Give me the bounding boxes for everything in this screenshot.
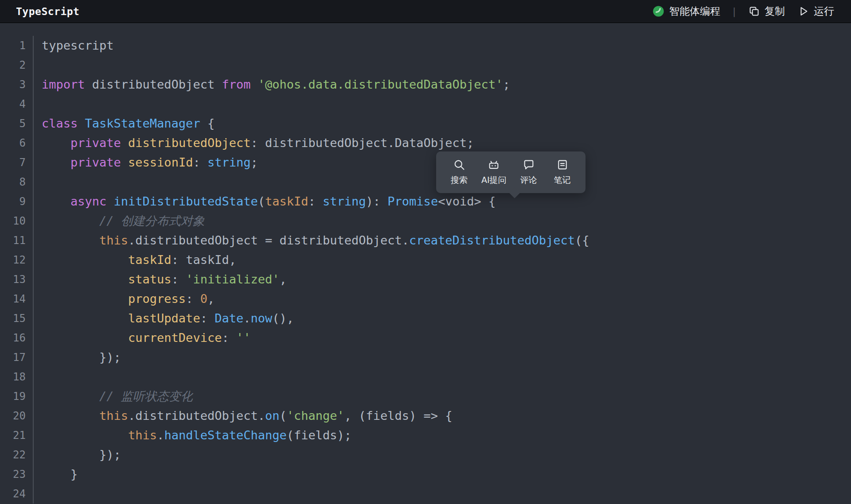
code-line-text xyxy=(34,55,42,75)
code-line-text: async initDistributedState(taskId: strin… xyxy=(34,192,496,211)
code-line: 9 async initDistributedState(taskId: str… xyxy=(0,192,851,211)
code-line-text xyxy=(34,94,42,114)
line-number: 15 xyxy=(0,309,34,328)
code-line: 12 taskId: taskId, xyxy=(0,250,851,270)
popup-search-button[interactable]: 搜索 xyxy=(445,159,473,186)
code-line-text: import distributedObject from '@ohos.dat… xyxy=(34,75,510,94)
comment-icon xyxy=(523,159,535,171)
line-number: 7 xyxy=(0,153,34,172)
selection-action-popup: 搜索 AI提问 评论 笔记 xyxy=(436,151,586,193)
popup-ai-ask-button[interactable]: AI提问 xyxy=(479,159,509,186)
run-icon xyxy=(797,5,809,17)
line-number: 10 xyxy=(0,211,34,231)
popup-ai-ask-label: AI提问 xyxy=(481,174,507,186)
code-line-text: progress: 0, xyxy=(34,289,215,309)
language-label: TypeScript xyxy=(16,6,79,17)
code-line-text: lastUpdate: Date.now(), xyxy=(34,309,294,328)
code-editor[interactable]: 1typescript23import distributedObject fr… xyxy=(0,23,851,504)
run-button[interactable]: 运行 xyxy=(797,4,834,18)
code-line-text: currentDevice: '' xyxy=(34,328,250,348)
code-line: 24 xyxy=(0,484,851,504)
agent-logo-icon xyxy=(652,5,665,18)
line-number: 18 xyxy=(0,367,34,387)
code-line: 13 status: 'initialized', xyxy=(0,270,851,289)
line-number: 24 xyxy=(0,484,34,504)
code-line-text: taskId: taskId, xyxy=(34,250,236,270)
code-line: 8 xyxy=(0,172,851,192)
code-line-text: }); xyxy=(34,445,121,465)
copy-button[interactable]: 复制 xyxy=(748,4,785,18)
line-number: 2 xyxy=(0,55,34,75)
popup-comment-button[interactable]: 评论 xyxy=(515,159,543,186)
topbar-actions: 智能体编程 | 复制 运行 xyxy=(652,4,834,18)
code-line-text: this.handleStateChange(fields); xyxy=(34,426,351,445)
copy-label: 复制 xyxy=(765,4,785,18)
code-line: 23 } xyxy=(0,465,851,484)
line-number: 16 xyxy=(0,328,34,348)
copy-icon xyxy=(748,5,760,17)
code-line: 11 this.distributedObject = distributedO… xyxy=(0,231,851,250)
code-line-text: this.distributedObject = distributedObje… xyxy=(34,231,589,250)
code-line-text: status: 'initialized', xyxy=(34,270,287,289)
line-number: 1 xyxy=(0,36,34,55)
line-number: 4 xyxy=(0,94,34,114)
popup-note-label: 笔记 xyxy=(554,174,571,186)
code-line: 19 // 监听状态变化 xyxy=(0,387,851,406)
line-number: 9 xyxy=(0,192,34,211)
run-label: 运行 xyxy=(814,4,834,18)
line-number: 3 xyxy=(0,75,34,94)
code-line: 1typescript xyxy=(0,36,851,55)
code-line: 15 lastUpdate: Date.now(), xyxy=(0,309,851,328)
code-line: 22 }); xyxy=(0,445,851,465)
code-line-text xyxy=(34,484,42,504)
code-line-text: // 创建分布式对象 xyxy=(34,211,205,231)
code-line: 21 this.handleStateChange(fields); xyxy=(0,426,851,445)
line-number: 11 xyxy=(0,231,34,250)
line-number: 8 xyxy=(0,172,34,192)
code-line: 16 currentDevice: '' xyxy=(0,328,851,348)
topbar: TypeScript 智能体编程 | 复制 运行 xyxy=(0,0,851,23)
code-line-text: private sessionId: string; xyxy=(34,153,258,172)
line-number: 23 xyxy=(0,465,34,484)
line-number: 14 xyxy=(0,289,34,309)
code-line-text: class TaskStateManager { xyxy=(34,114,215,133)
code-line: 14 progress: 0, xyxy=(0,289,851,309)
line-number: 6 xyxy=(0,133,34,153)
code-line: 3import distributedObject from '@ohos.da… xyxy=(0,75,851,94)
popup-search-label: 搜索 xyxy=(451,174,468,186)
agent-coding-label: 智能体编程 xyxy=(669,4,720,18)
line-number: 19 xyxy=(0,387,34,406)
code-line-text: private distributedObject: distributedOb… xyxy=(34,133,474,153)
line-number: 21 xyxy=(0,426,34,445)
line-number: 5 xyxy=(0,114,34,133)
code-line: 2 xyxy=(0,55,851,75)
code-line: 5class TaskStateManager { xyxy=(0,114,851,133)
line-number: 12 xyxy=(0,250,34,270)
line-number: 17 xyxy=(0,348,34,367)
agent-coding-button[interactable]: 智能体编程 xyxy=(652,4,720,18)
code-line: 20 this.distributedObject.on('change', (… xyxy=(0,406,851,426)
line-number: 22 xyxy=(0,445,34,465)
code-line-text: } xyxy=(34,465,78,484)
code-line: 10 // 创建分布式对象 xyxy=(0,211,851,231)
search-icon xyxy=(453,159,465,171)
code-line-text: this.distributedObject.on('change', (fie… xyxy=(34,406,453,426)
code-line-text: typescript xyxy=(34,36,114,55)
line-number: 20 xyxy=(0,406,34,426)
code-line-text xyxy=(34,367,42,387)
ai-robot-icon xyxy=(488,159,500,171)
topbar-divider: | xyxy=(733,6,736,17)
code-lines: 1typescript23import distributedObject fr… xyxy=(0,36,851,504)
code-line: 4 xyxy=(0,94,851,114)
code-line: 17 }); xyxy=(0,348,851,367)
code-line-text: // 监听状态变化 xyxy=(34,387,193,406)
code-line-text: }); xyxy=(34,348,121,367)
note-icon xyxy=(556,159,569,171)
code-line: 7 private sessionId: string; xyxy=(0,153,851,172)
code-line: 18 xyxy=(0,367,851,387)
code-line-text xyxy=(34,172,42,192)
line-number: 13 xyxy=(0,270,34,289)
code-line: 6 private distributedObject: distributed… xyxy=(0,133,851,153)
popup-comment-label: 评论 xyxy=(520,174,537,186)
popup-note-button[interactable]: 笔记 xyxy=(548,159,577,186)
